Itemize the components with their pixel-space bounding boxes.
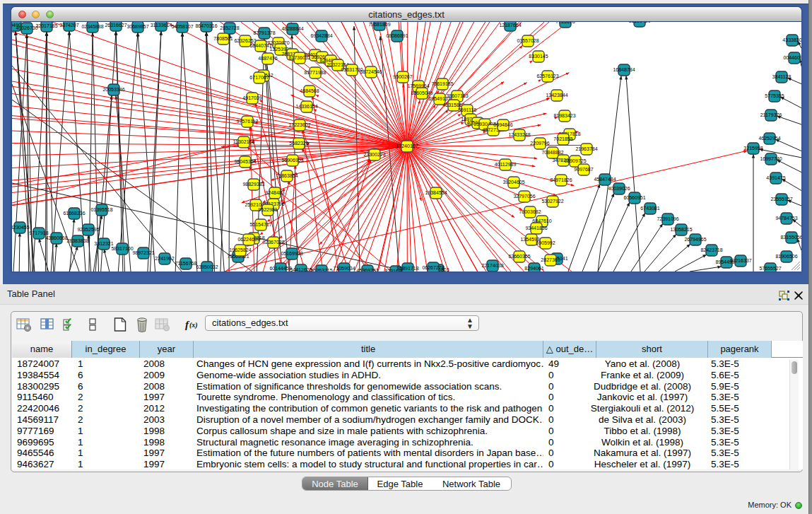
svg-text:9248483: 9248483 bbox=[265, 190, 284, 195]
svg-text:4684568: 4684568 bbox=[300, 88, 319, 93]
svg-text:32017185: 32017185 bbox=[35, 23, 57, 28]
svg-text:13058215: 13058215 bbox=[670, 227, 692, 232]
svg-text:56263215: 56263215 bbox=[310, 268, 332, 271]
svg-text:53027922: 53027922 bbox=[541, 199, 563, 204]
svg-text:4917039: 4917039 bbox=[242, 95, 261, 100]
svg-text:06267278: 06267278 bbox=[422, 265, 444, 270]
svg-text:20053346: 20053346 bbox=[102, 87, 124, 92]
svg-text:63950032: 63950032 bbox=[196, 264, 218, 269]
svg-text:9097687: 9097687 bbox=[574, 167, 593, 172]
svg-text:16997740: 16997740 bbox=[760, 156, 782, 161]
svg-text:13690420: 13690420 bbox=[628, 22, 650, 23]
svg-text:26794965: 26794965 bbox=[684, 237, 706, 242]
svg-text:8330145: 8330145 bbox=[529, 54, 548, 59]
svg-text:82423718: 82423718 bbox=[700, 247, 722, 252]
svg-text:13423844: 13423844 bbox=[546, 93, 567, 98]
svg-text:7725678: 7725678 bbox=[555, 22, 575, 24]
svg-text:69342884: 69342884 bbox=[310, 33, 332, 38]
svg-text:3374207: 3374207 bbox=[59, 23, 78, 28]
svg-text:6717067: 6717067 bbox=[249, 75, 269, 80]
svg-text:4887476: 4887476 bbox=[258, 56, 277, 61]
svg-text:8294061: 8294061 bbox=[524, 266, 543, 271]
svg-text:6905992: 6905992 bbox=[536, 240, 555, 245]
svg-text:12223607: 12223607 bbox=[288, 122, 310, 127]
svg-text:78003682: 78003682 bbox=[519, 209, 541, 214]
svg-text:73681809: 73681809 bbox=[368, 22, 390, 27]
svg-text:86891718: 86891718 bbox=[396, 266, 418, 271]
svg-text:5775355: 5775355 bbox=[765, 93, 784, 98]
svg-text:03909725: 03909725 bbox=[564, 158, 586, 163]
svg-text:71059034: 71059034 bbox=[333, 266, 355, 271]
svg-text:40112989: 40112989 bbox=[495, 162, 517, 167]
svg-text:23555157: 23555157 bbox=[770, 197, 792, 201]
svg-text:12433248: 12433248 bbox=[508, 132, 530, 137]
svg-text:08086891: 08086891 bbox=[386, 33, 408, 38]
svg-text:92352595: 92352595 bbox=[77, 227, 99, 232]
svg-text:97576112: 97576112 bbox=[237, 119, 259, 124]
svg-text:03557028: 03557028 bbox=[517, 38, 539, 43]
svg-text:5682326: 5682326 bbox=[289, 141, 308, 146]
svg-text:57655527: 57655527 bbox=[759, 266, 781, 271]
svg-text:39204605: 39204605 bbox=[502, 180, 524, 185]
svg-text:22174038: 22174038 bbox=[481, 263, 503, 268]
svg-text:31133614: 31133614 bbox=[151, 23, 172, 28]
svg-text:32797056: 32797056 bbox=[513, 194, 535, 199]
svg-text:0994846: 0994846 bbox=[493, 122, 512, 127]
svg-text:9717918: 9717918 bbox=[29, 230, 48, 235]
svg-text:26316627: 26316627 bbox=[105, 23, 126, 28]
svg-text:86605049: 86605049 bbox=[411, 90, 433, 95]
svg-text:71863854: 71863854 bbox=[276, 173, 298, 178]
svg-text:98045354: 98045354 bbox=[234, 159, 256, 164]
svg-text:12187664: 12187664 bbox=[499, 23, 521, 28]
svg-text:60560951: 60560951 bbox=[623, 195, 645, 200]
svg-text:81983423: 81983423 bbox=[553, 113, 575, 118]
svg-text:2241902: 2241902 bbox=[155, 256, 174, 261]
svg-text:3312321: 3312321 bbox=[94, 241, 113, 246]
svg-text:61668236: 61668236 bbox=[63, 211, 85, 216]
svg-text:19384554: 19384554 bbox=[425, 190, 447, 195]
svg-text:54412625: 54412625 bbox=[290, 267, 312, 271]
svg-text:2852728: 2852728 bbox=[220, 25, 239, 30]
svg-text:98829383: 98829383 bbox=[242, 182, 264, 187]
svg-text:45369281: 45369281 bbox=[356, 268, 378, 271]
svg-text:7021855: 7021855 bbox=[553, 136, 572, 141]
svg-text:21963784: 21963784 bbox=[575, 146, 597, 151]
svg-text:49026730: 49026730 bbox=[16, 25, 37, 30]
svg-text:14336154: 14336154 bbox=[295, 104, 317, 109]
svg-text:63660365: 63660365 bbox=[508, 254, 530, 259]
svg-text:76619185: 76619185 bbox=[431, 81, 453, 86]
svg-text:87791378: 87791378 bbox=[253, 30, 275, 35]
svg-text:71156768: 71156768 bbox=[175, 261, 197, 266]
svg-text:72391096: 72391096 bbox=[657, 216, 678, 221]
svg-text:60144458: 60144458 bbox=[269, 266, 291, 271]
svg-text:10216337: 10216337 bbox=[729, 258, 751, 263]
svg-text:86470316: 86470316 bbox=[195, 23, 217, 28]
svg-text:21179376: 21179376 bbox=[760, 112, 782, 117]
svg-text:4333830: 4333830 bbox=[782, 37, 801, 42]
svg-text:94784753: 94784753 bbox=[775, 216, 797, 221]
svg-text:11302166: 11302166 bbox=[233, 139, 255, 144]
svg-text:81771988: 81771988 bbox=[304, 70, 326, 75]
svg-text:84971826: 84971826 bbox=[550, 177, 572, 182]
svg-text:3215958: 3215958 bbox=[743, 146, 763, 151]
svg-text:02367028: 02367028 bbox=[262, 240, 284, 245]
svg-text:81906506: 81906506 bbox=[775, 254, 797, 259]
svg-text:23300273: 23300273 bbox=[363, 152, 385, 157]
svg-text:56906953: 56906953 bbox=[281, 158, 303, 163]
svg-text:01395518: 01395518 bbox=[90, 207, 112, 212]
svg-text:45847484: 45847484 bbox=[594, 177, 616, 182]
svg-text:05169938: 05169938 bbox=[281, 251, 302, 256]
svg-text:62576123: 62576123 bbox=[536, 74, 558, 78]
svg-text:58317100: 58317100 bbox=[111, 246, 133, 251]
svg-text:2827363: 2827363 bbox=[541, 257, 560, 262]
svg-text:43860668: 43860668 bbox=[45, 235, 67, 240]
svg-text:70848882: 70848882 bbox=[541, 150, 563, 155]
svg-text:46252954: 46252954 bbox=[758, 136, 780, 141]
svg-text:3230455: 3230455 bbox=[12, 225, 30, 230]
svg-text:4391475: 4391475 bbox=[766, 175, 785, 180]
svg-text:83155056: 83155056 bbox=[780, 235, 801, 240]
svg-text:62326253: 62326253 bbox=[234, 38, 256, 43]
svg-text:16848784: 16848784 bbox=[613, 67, 635, 72]
svg-text:2209796: 2209796 bbox=[530, 141, 549, 146]
svg-text:(x): (x) bbox=[189, 321, 198, 329]
